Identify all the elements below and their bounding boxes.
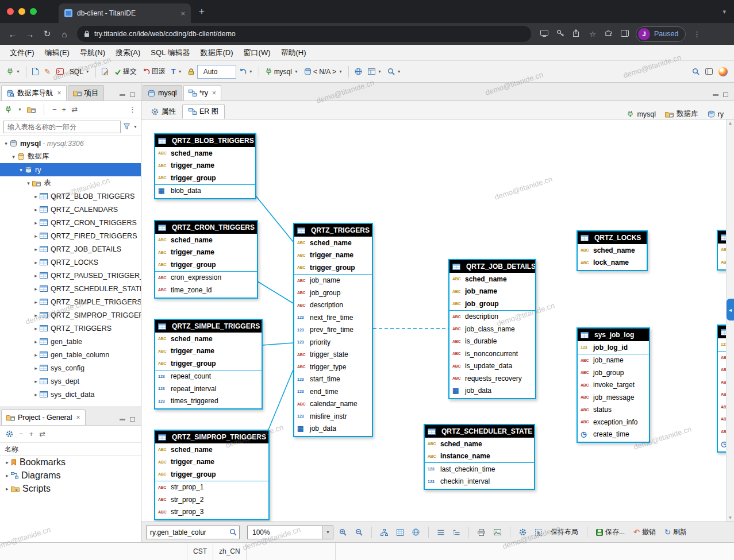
- column-status[interactable]: ABCstatus: [578, 404, 649, 416]
- column-calendar_name[interactable]: ABCcalendar_name: [294, 398, 372, 411]
- tree-item-QRTZ_CALENDARS[interactable]: ▸QRTZ_CALENDARS: [0, 203, 141, 216]
- tab-database-navigator[interactable]: 数据库导航 ×: [1, 85, 67, 101]
- entity-QRTZ_JOB_DETAILS[interactable]: QRTZ_JOB_DETAILSABCsched_nameABCjob_name…: [448, 259, 536, 399]
- column-job_group[interactable]: ABCjob_group: [294, 287, 372, 299]
- column-job_name[interactable]: ABCjob_name: [578, 354, 649, 367]
- project-item-Scripts[interactable]: ▸sScripts: [0, 482, 141, 495]
- search-icon[interactable]: [229, 528, 237, 536]
- project-item-Bookmarks[interactable]: ▸Bookmarks: [0, 455, 141, 469]
- tab-project-explorer[interactable]: 项目: [68, 85, 104, 101]
- column-str_prop_2[interactable]: ABCstr_prop_2: [155, 493, 268, 506]
- tree-item-sys_dept[interactable]: ▸sys_dept: [0, 374, 141, 388]
- tree-item-QRTZ_JOB_DETAILS[interactable]: ▸QRTZ_JOB_DETAILS: [0, 242, 141, 256]
- column-job_data[interactable]: ▦job_data: [294, 423, 372, 435]
- notation-button[interactable]: [435, 525, 447, 540]
- new-connection-button[interactable]: ▼: [3, 64, 23, 79]
- new-connection-icon[interactable]: [5, 106, 12, 113]
- collapsed-arrow-icon[interactable]: ▸: [32, 326, 40, 331]
- window-layout-button[interactable]: ▼: [365, 64, 385, 79]
- entity-QRTZ_LOCKS[interactable]: QRTZ_LOCKSABCsched_nameABClock_name: [577, 230, 648, 271]
- undo-button[interactable]: ↶撤销: [631, 525, 659, 540]
- tab-project-general[interactable]: Project - General ×: [1, 410, 86, 425]
- column-sched_name[interactable]: ABCsched_name: [155, 443, 268, 456]
- globe-button[interactable]: [352, 64, 365, 79]
- tree-item-QRTZ_SIMPROP_TRIGGERS[interactable]: ▸QRTZ_SIMPROP_TRIGGERS: [0, 308, 141, 322]
- collapsed-arrow-icon[interactable]: ▸: [3, 459, 11, 465]
- subtab-er-diagram[interactable]: ER 图: [182, 104, 225, 119]
- tree-item-mysql[interactable]: ▾mysql - mysql:3306: [0, 137, 141, 150]
- transaction-lock-button[interactable]: [185, 64, 197, 79]
- menu-item-4[interactable]: SQL 编辑器: [145, 46, 195, 60]
- relationship-line-3[interactable]: [268, 370, 293, 430]
- column-trigger_group[interactable]: ABCtrigger_group: [155, 258, 257, 271]
- scroll-down-icon[interactable]: ▼: [728, 515, 733, 520]
- tree-item-QRTZ_CRON_TRIGGERS[interactable]: ▸QRTZ_CRON_TRIGGERS: [0, 216, 141, 229]
- column-description[interactable]: ABCdescription: [449, 311, 535, 323]
- column-trigger_name[interactable]: ABCtrigger_name: [155, 456, 268, 469]
- minimize-window-button[interactable]: [18, 8, 25, 15]
- toggle-relations-button[interactable]: [409, 525, 422, 540]
- gear-icon[interactable]: [6, 430, 13, 438]
- sql-edit-button[interactable]: ✎: [41, 64, 53, 79]
- auto-layout-button[interactable]: [378, 525, 391, 540]
- relationship-line-2[interactable]: [262, 343, 293, 345]
- breadcrumb-database[interactable]: 数据库: [665, 109, 698, 119]
- expand-icon[interactable]: +: [29, 430, 34, 438]
- column-end_time[interactable]: 123end_time: [294, 385, 372, 398]
- rollback-button[interactable]: 回滚: [140, 64, 168, 79]
- collapsed-arrow-icon[interactable]: ▸: [32, 312, 40, 318]
- tree-item-sys_dict_data[interactable]: ▸sys_dict_data: [0, 388, 141, 401]
- entity-sys_job_log[interactable]: sys_job_log123job_log_idABCjob_nameABCjo…: [577, 327, 650, 443]
- keep-layout-button[interactable]: 保持布局: [548, 525, 581, 540]
- column-trigger_name[interactable]: ABCtrigger_name: [294, 249, 372, 262]
- sql-console-button[interactable]: [53, 64, 67, 79]
- collapsed-arrow-icon[interactable]: ▸: [32, 299, 40, 305]
- forward-icon[interactable]: →: [22, 29, 38, 39]
- zoom-dropdown-icon[interactable]: ▼: [322, 526, 333, 539]
- filter-funnel-icon[interactable]: [124, 123, 130, 130]
- collapsed-arrow-icon[interactable]: ▸: [32, 286, 40, 292]
- entity-QRTZ_SIMPLE_TRIGGERS[interactable]: QRTZ_SIMPLE_TRIGGERSABCsched_nameABCtrig…: [154, 319, 263, 410]
- scroll-up-icon[interactable]: ▲: [728, 121, 733, 126]
- column-misfire_instr[interactable]: 123misfire_instr: [294, 410, 372, 423]
- active-database-selector[interactable]: < N/A >▼: [301, 64, 345, 79]
- relationship-line-1[interactable]: [258, 281, 293, 303]
- column-time_zone_id[interactable]: ABCtime_zone_id: [155, 284, 257, 296]
- active-connection-selector[interactable]: mysql▼: [262, 64, 301, 79]
- table-filter-input[interactable]: [3, 121, 121, 133]
- breadcrumb-connection[interactable]: mysql: [627, 110, 656, 118]
- export-image-button[interactable]: [491, 525, 504, 540]
- column-is_durable[interactable]: ABCis_durable: [449, 335, 535, 348]
- column-invoke_target[interactable]: ABCinvoke_target: [578, 379, 649, 392]
- back-icon[interactable]: ←: [5, 29, 21, 39]
- column-trigger_name[interactable]: ABCtrigger_name: [155, 345, 262, 358]
- column-trigger_group[interactable]: ABCtrigger_group: [155, 357, 262, 370]
- column-blob_data[interactable]: ▦blob_data: [155, 185, 255, 198]
- close-icon[interactable]: ×: [212, 89, 216, 97]
- column-trigger_group[interactable]: ABCtrigger_group: [155, 468, 268, 481]
- column-repeat_interval[interactable]: 123repeat_interval: [155, 383, 262, 395]
- expanded-arrow-icon[interactable]: ▾: [25, 180, 32, 186]
- expand-all-icon[interactable]: +: [62, 106, 67, 113]
- print-button[interactable]: [475, 525, 488, 540]
- minimize-editor-icon[interactable]: [713, 94, 718, 96]
- tree-item-ry[interactable]: ▾ry: [0, 163, 141, 176]
- search-menu-button[interactable]: ▼: [385, 64, 404, 79]
- collapsed-arrow-icon[interactable]: ▸: [32, 246, 40, 252]
- column-priority[interactable]: 123priority: [294, 336, 372, 349]
- collapse-icon[interactable]: −: [19, 430, 24, 438]
- column-job_group[interactable]: ABCjob_group: [449, 298, 535, 310]
- diagram-search-input[interactable]: [149, 527, 229, 538]
- url-bar[interactable]: try.titanide.cn/ide/web/coding/db-client…: [77, 26, 531, 42]
- column-str_prop_3[interactable]: ABCstr_prop_3: [155, 506, 268, 519]
- save-diagram-button[interactable]: 保存...: [593, 525, 628, 540]
- refresh-diagram-button[interactable]: ↻刷新: [662, 525, 690, 540]
- tab-search-chevron-icon[interactable]: ▾: [723, 8, 726, 16]
- column-sched_name[interactable]: ABCsched_name: [425, 438, 534, 450]
- tree-item-sys_config[interactable]: ▸sys_config: [0, 361, 141, 374]
- collapsed-arrow-icon[interactable]: ▸: [3, 473, 11, 478]
- attributes-view-button[interactable]: [450, 525, 463, 540]
- global-search-button[interactable]: [689, 64, 702, 79]
- relationship-line-0[interactable]: [256, 196, 293, 242]
- menu-item-6[interactable]: 窗口(W): [239, 46, 276, 60]
